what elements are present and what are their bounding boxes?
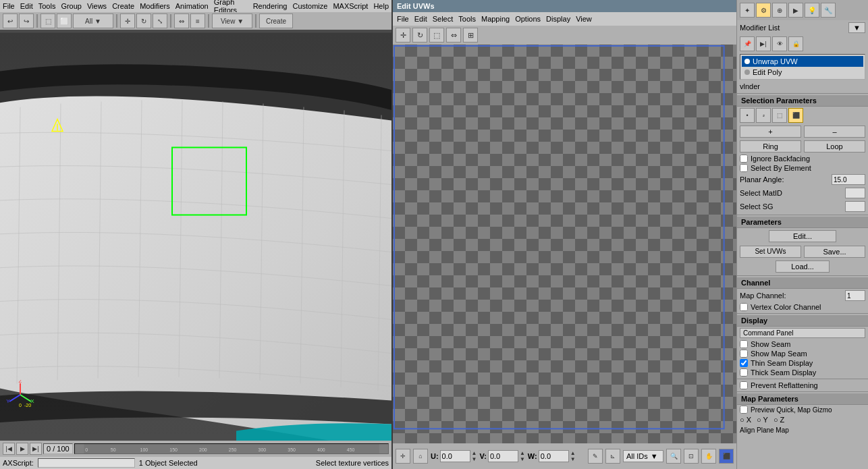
select-button[interactable]: ⬚ (40, 13, 55, 28)
menu-animation[interactable]: Animation (175, 2, 209, 10)
w-value-input[interactable] (539, 450, 569, 462)
select-by-element-checkbox[interactable] (740, 164, 748, 172)
vertex-color-checkbox[interactable] (740, 303, 748, 311)
uv-menu-file[interactable]: File (397, 15, 409, 23)
select-sg-input[interactable] (845, 201, 865, 212)
menu-views[interactable]: Views (87, 2, 107, 10)
edge-subobj-icon[interactable]: ⸗ (756, 108, 771, 123)
uv-menu-edit[interactable]: Edit (414, 15, 427, 23)
uv-bottom-move-icon[interactable]: ✛ (396, 449, 410, 464)
pin-stack-icon[interactable]: 📌 (740, 36, 755, 51)
mirror-button[interactable]: ⇔ (174, 13, 189, 28)
modifier-edit-poly[interactable]: Edit Poly (742, 67, 863, 78)
uv-bottom-icon-2[interactable]: ⊾ (605, 449, 620, 464)
utilities-panel-icon[interactable]: 🔧 (821, 3, 836, 18)
motion-panel-icon[interactable]: ▶ (788, 3, 803, 18)
uv-bottom-home-icon[interactable]: ⌂ (413, 449, 428, 464)
align-button[interactable]: ≡ (190, 13, 205, 28)
hierarchy-panel-icon[interactable]: ⊕ (772, 3, 787, 18)
show-icon[interactable]: 👁 (772, 36, 787, 51)
uv-rotate-button[interactable]: ↻ (412, 28, 427, 43)
uv-move-button[interactable]: ✛ (396, 28, 410, 43)
modifier-list-dropdown[interactable]: ▼ (848, 22, 865, 33)
modifier-unwrap-uvw[interactable]: Unwrap UVW (742, 56, 863, 67)
v-value-input[interactable] (488, 450, 518, 462)
ring-button[interactable]: Ring (740, 140, 801, 153)
show-map-seam-checkbox[interactable] (740, 350, 748, 358)
show-seam-checkbox[interactable] (740, 340, 748, 348)
uv-menu-select[interactable]: Select (433, 15, 454, 23)
menu-help[interactable]: Help (373, 2, 389, 10)
u-down-arrow[interactable]: ▼ (472, 456, 477, 462)
uv-pan-button[interactable]: ✋ (701, 449, 716, 464)
uv-menu-view[interactable]: View (576, 15, 592, 23)
rotate-button[interactable]: ↻ (136, 13, 151, 28)
uv-menu-tools[interactable]: Tools (458, 15, 476, 23)
menu-create[interactable]: Create (112, 2, 134, 10)
display-mode-dropdown[interactable]: Command Panel (740, 328, 865, 338)
menu-edit[interactable]: Edit (20, 2, 33, 10)
play-button[interactable]: ▶ (16, 443, 28, 455)
minus-button[interactable]: – (804, 126, 865, 138)
v-up-arrow[interactable]: ▲ (520, 450, 525, 456)
v-down-arrow[interactable]: ▼ (520, 456, 525, 462)
u-up-arrow[interactable]: ▲ (472, 450, 477, 456)
set-uvws-button[interactable]: Set UVWs (740, 246, 801, 258)
uv-editor-canvas[interactable] (393, 45, 736, 443)
menu-group[interactable]: Group (61, 2, 82, 10)
selection-filter-dropdown[interactable]: All ▼ (73, 13, 113, 28)
menu-modifiers[interactable]: Modifiers (140, 2, 170, 10)
create-panel-icon[interactable]: ✦ (740, 3, 755, 18)
menu-file[interactable]: File (3, 2, 15, 10)
view-dropdown[interactable]: View ▼ (212, 13, 252, 28)
uv-freeform-button[interactable]: ⬚ (429, 28, 444, 43)
planar-angle-input[interactable] (832, 174, 865, 185)
timeline-track[interactable]: 0 50 100 150 200 250 300 350 400 450 (74, 443, 389, 454)
redo-button[interactable]: ↪ (19, 13, 34, 28)
move-button[interactable]: ✛ (120, 13, 135, 28)
map-channel-input[interactable] (845, 290, 865, 301)
element-subobj-icon[interactable]: ⬛ (788, 108, 803, 123)
ignore-backfacing-checkbox[interactable] (740, 155, 748, 163)
menu-maxscript[interactable]: MAXScript (333, 2, 368, 10)
vertex-subobj-icon[interactable]: • (740, 108, 755, 123)
w-down-arrow[interactable]: ▼ (570, 456, 576, 462)
prev-frame-button[interactable]: |◀ (3, 443, 15, 455)
script-input[interactable] (38, 458, 135, 468)
thin-seam-checkbox[interactable] (740, 359, 748, 367)
lock-icon[interactable]: 🔒 (788, 36, 803, 51)
uv-menu-display[interactable]: Display (546, 15, 570, 23)
3d-viewport[interactable]: Perspective (0, 30, 391, 441)
save-button[interactable]: Save... (804, 246, 865, 258)
show-end-icon[interactable]: ▶| (756, 36, 771, 51)
preview-quick-checkbox[interactable] (740, 406, 748, 414)
display-panel-icon[interactable]: 💡 (805, 3, 819, 18)
uv-menu-mapping[interactable]: Mapping (481, 15, 510, 23)
modify-panel-icon[interactable]: ⚙ (756, 3, 771, 18)
all-ids-dropdown[interactable]: All IDs ▼ (623, 450, 663, 462)
menu-rendering[interactable]: Rendering (253, 2, 288, 10)
prevent-reflattening-checkbox[interactable] (740, 381, 748, 389)
create-button[interactable]: Create (259, 13, 293, 28)
select-region-button[interactable]: ⬜ (57, 13, 72, 28)
uv-mirror-button[interactable]: ⇔ (446, 28, 461, 43)
menu-customize[interactable]: Customize (292, 2, 327, 10)
menu-tools[interactable]: Tools (38, 2, 56, 10)
uv-zoom-button[interactable]: 🔍 (666, 449, 681, 464)
plus-button[interactable]: + (740, 126, 801, 138)
uv-snap-button[interactable]: ⊞ (463, 28, 478, 43)
loop-button[interactable]: Loop (804, 140, 865, 153)
poly-subobj-icon[interactable]: ⬚ (772, 108, 787, 123)
edit-button[interactable]: Edit... (769, 230, 836, 242)
scale-button[interactable]: ⤡ (153, 13, 167, 28)
u-value-input[interactable] (440, 450, 470, 462)
load-button[interactable]: Load... (776, 260, 830, 273)
w-up-arrow[interactable]: ▲ (570, 450, 576, 456)
uv-menu-options[interactable]: Options (515, 15, 541, 23)
select-mat-id-input[interactable] (845, 188, 865, 198)
next-frame-button[interactable]: ▶| (30, 443, 42, 455)
uv-zoom-all-button[interactable]: ⊡ (684, 449, 699, 464)
uv-render-button[interactable]: ⬛ (719, 449, 734, 464)
uv-bottom-icon-1[interactable]: ✎ (588, 449, 603, 464)
undo-button[interactable]: ↩ (3, 13, 18, 28)
